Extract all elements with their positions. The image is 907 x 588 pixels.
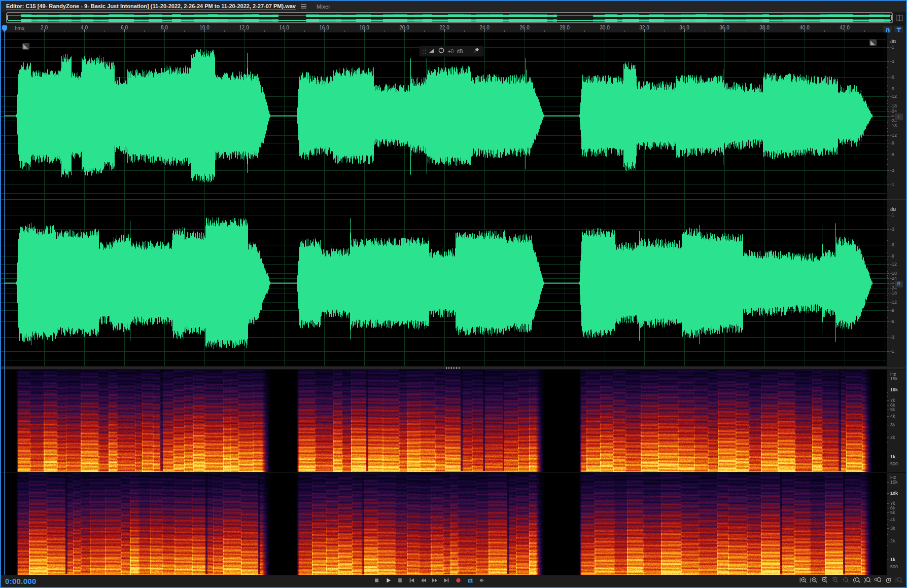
gain-hud[interactable]: +0 dB: [419, 46, 484, 57]
fast-forward-button[interactable]: [431, 577, 439, 585]
frequency-scale-left[interactable]: Hz15k10k7k6k5k4k3k2k1k500: [886, 370, 906, 472]
hz-tick: [887, 482, 889, 483]
gain-value[interactable]: +0: [448, 49, 454, 54]
panel-menu-icon[interactable]: [301, 4, 306, 9]
tab-mixer[interactable]: Mixer: [311, 1, 335, 12]
db-tick: [887, 291, 888, 291]
hz-tick: [887, 567, 889, 567]
waveform-spectrogram-splitter[interactable]: [1, 366, 906, 370]
waveform-display[interactable]: dB-1-1-3-3-6-6-9-9-12-12-18-18-24-24-∞L …: [1, 32, 906, 366]
hz-minor-tick: [887, 421, 888, 421]
ruler-minor-tick: [264, 30, 265, 32]
overview-navigator[interactable]: [1, 12, 906, 25]
db-tick: [887, 177, 888, 177]
ruler-time-label: 34.0: [676, 25, 693, 30]
timeline-ruler[interactable]: hms 2.04.06.08.010.012.014.016.018.020.0…: [1, 25, 886, 33]
spectrogram-display[interactable]: Hz15k10k7k6k5k4k3k2k1k500 Hz15k10k7k6k5k…: [1, 370, 906, 575]
pause-button[interactable]: [396, 577, 404, 585]
tab-editor[interactable]: Editor: C15 [49- RandyZone - 9- Basic Ju…: [1, 1, 311, 12]
corner-widget-icon[interactable]: [869, 40, 877, 46]
db-tick: [887, 264, 889, 265]
pin-hud-icon[interactable]: [473, 47, 480, 56]
editor-tab-label: Editor: C15 [49- RandyZone - 9- Basic Ju…: [6, 3, 296, 10]
hz-minor-tick: [887, 396, 888, 397]
amplitude-scale-right[interactable]: dB-1-1-3-3-6-6-9-9-12-12-18-18-24-24-∞R: [886, 200, 906, 366]
db-tick: [887, 111, 889, 112]
hz-minor-tick: [887, 431, 888, 431]
spectrogram-canvas-left[interactable]: [1, 370, 886, 472]
zoom-to-selection-button[interactable]: [873, 577, 882, 585]
ruler-minor-tick: [224, 30, 225, 32]
overview-range-frame[interactable]: [6, 12, 893, 23]
waveform-canvas-left[interactable]: [1, 32, 886, 199]
db-label: -18: [890, 271, 897, 276]
splitter-grip[interactable]: [446, 367, 461, 369]
playhead-line[interactable]: [4, 25, 5, 575]
mixer-tab-label: Mixer: [317, 4, 330, 10]
knob-icon[interactable]: [438, 47, 445, 56]
db-tick: [887, 229, 889, 230]
rewind-button[interactable]: [419, 577, 427, 585]
skip-to-end-button[interactable]: [442, 577, 450, 585]
loop-playback-button[interactable]: [466, 577, 474, 585]
skip-to-start-button[interactable]: [407, 577, 415, 585]
gain-unit-label: dB: [457, 49, 463, 54]
status-bar: 0:00.000: [1, 575, 906, 587]
amplitude-scale-left[interactable]: dB-1-1-3-3-6-6-9-9-12-12-18-18-24-24-∞L: [886, 32, 906, 199]
db-tick: [887, 164, 888, 165]
zoom-full-button[interactable]: [894, 577, 903, 585]
zoom-out-time-button[interactable]: [809, 577, 818, 585]
zoom-selection-right-button[interactable]: [862, 577, 871, 585]
zoom-out-point-button[interactable]: [830, 577, 839, 585]
hz-label: 1k: [890, 557, 895, 562]
ruler-time-label: 40.0: [796, 25, 813, 30]
ruler-minor-tick: [424, 30, 425, 32]
hz-minor-tick: [887, 450, 888, 450]
skip-cursor-button[interactable]: [477, 577, 485, 585]
stop-icon: [373, 577, 380, 586]
hz-label: 5k: [890, 407, 895, 412]
restore-zoom-button[interactable]: [884, 577, 892, 585]
db-tick: [887, 310, 889, 311]
zoom-in-time-icon: [799, 576, 807, 585]
ruler-time-label: 10.0: [196, 25, 213, 30]
hz-minor-tick: [887, 564, 888, 564]
db-tick: [887, 150, 888, 151]
db-label: -18: [890, 123, 897, 128]
zoom-out-point-icon: [831, 576, 839, 585]
pause-icon: [396, 577, 404, 586]
panel-grid-icon[interactable]: [896, 14, 903, 23]
db-tick: [887, 122, 888, 123]
spectrogram-canvas-right[interactable]: [1, 473, 886, 575]
db-tick: [887, 55, 888, 55]
frequency-scale-right[interactable]: Hz15k10k7k6k5k4k3k2k1k500: [886, 473, 906, 575]
zoom-selection-center-button[interactable]: [841, 577, 850, 585]
db-tick: [887, 146, 888, 147]
db-tick: [887, 215, 889, 215]
db-label: -1: [890, 212, 894, 217]
hz-tick: [887, 405, 889, 406]
db-label: -9: [890, 86, 894, 91]
skip-to-end-icon: [443, 577, 450, 586]
zoom-selection-left-button[interactable]: [852, 577, 860, 585]
db-tick: [887, 61, 889, 62]
ruler-minor-tick: [304, 30, 305, 32]
hud-drag-handle[interactable]: [423, 48, 426, 54]
time-display[interactable]: 0:00.000: [5, 577, 37, 585]
zoom-in-point-button[interactable]: [820, 577, 828, 585]
db-tick: [887, 108, 888, 108]
ruler-minor-tick: [665, 30, 665, 32]
ruler-minor-tick: [464, 30, 465, 32]
ruler-minor-tick: [544, 30, 545, 32]
zoom-in-time-button[interactable]: [798, 577, 807, 585]
db-tick: [887, 89, 889, 89]
stop-button[interactable]: [372, 577, 380, 585]
record-icon: [455, 577, 462, 586]
waveform-canvas-right[interactable]: [1, 200, 886, 366]
db-label: -18: [890, 290, 897, 296]
db-tick: [887, 317, 888, 318]
record-button[interactable]: [454, 577, 462, 585]
db-tick: [887, 240, 888, 241]
play-button[interactable]: [384, 577, 392, 585]
corner-widget-icon[interactable]: [22, 43, 29, 50]
